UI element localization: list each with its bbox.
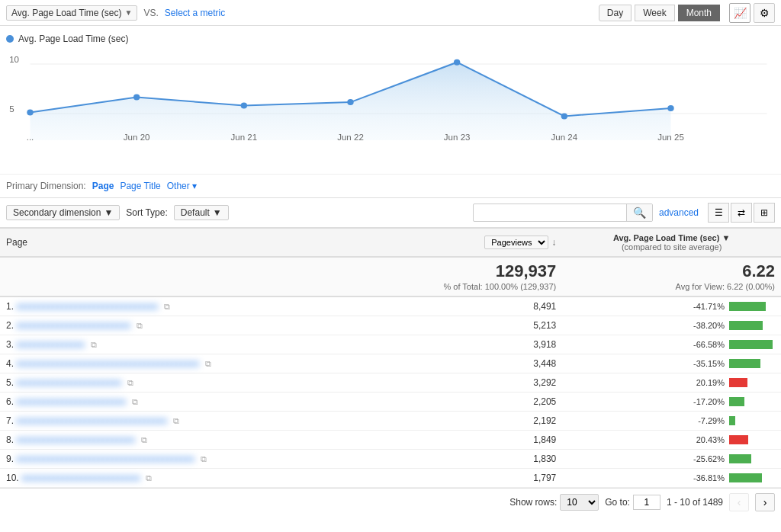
sort-type-dropdown[interactable]: Default ▼ [174,205,229,220]
row5-num: 5. [6,377,14,388]
svg-point-7 [241,103,247,109]
row4-load: -35.15% [562,354,781,373]
row8-pageviews: 1,849 [406,431,562,450]
pivot-view-button[interactable]: ⇄ [731,203,752,223]
secondary-dimension-dropdown[interactable]: Secondary dimension ▼ [6,205,120,220]
svg-point-5 [27,109,33,115]
row7-bar-cell: -7.29% [568,416,775,425]
row2-page-cell: 2. xxxxxxxxxxxxxxxxxxxxxxxxx ⧉ [0,316,406,335]
table-row: 10. xxxxxxxxxxxxxxxxxxxxxxxxxx ⧉ 1,797 -… [0,469,781,488]
secondary-toolbar: Secondary dimension ▼ Sort Type: Default… [0,198,781,228]
row8-pct: 20.43% [686,435,725,444]
sec-right: 🔍 advanced ☰ ⇄ ⊞ [473,203,775,223]
search-input[interactable] [474,205,626,220]
row4-bar-cell: -35.15% [568,359,775,368]
summary-load-value: 6.22 [568,261,775,281]
dimension-page-link[interactable]: Page [92,181,114,191]
sec-left: Secondary dimension ▼ Sort Type: Default… [6,205,229,220]
goto-label: Go to: [605,497,630,508]
legend-label: Avg. Page Load Time (sec) [18,34,129,44]
primary-dimension-label: Primary Dimension: [6,181,86,191]
rows-per-page-select[interactable]: 10 25 50 100 [560,494,599,511]
row2-page-link[interactable]: xxxxxxxxxxxxxxxxxxxxxxxxx [16,320,130,331]
row6-copy-icon[interactable]: ⧉ [132,397,138,406]
load-col-header: Avg. Page Load Time (sec) ▼ (compared to… [568,233,775,252]
row1-copy-icon[interactable]: ⧉ [164,302,170,311]
select-metric-link[interactable]: Select a metric [165,8,225,18]
row4-copy-icon[interactable]: ⧉ [205,359,211,368]
row3-copy-icon[interactable]: ⧉ [91,340,97,349]
table-row: 4. xxxxxxxxxxxxxxxxxxxxxxxxxxxxxxxxxxxxx… [0,354,781,373]
bubble-chart-icon-button[interactable]: ⚙ [754,3,775,23]
summary-page-cell [0,257,406,296]
svg-text:5: 5 [9,104,14,114]
next-page-button[interactable]: › [755,493,775,511]
legend-dot [6,35,14,43]
row6-bar-cell: -17.20% [568,397,775,406]
dimension-other-link[interactable]: Other ▾ [167,181,197,191]
chart-legend: Avg. Page Load Time (sec) [6,34,775,44]
row3-pageviews: 3,918 [406,335,562,354]
row3-page-link[interactable]: xxxxxxxxxxxxxxx [16,339,85,350]
row9-pct: -25.62% [686,454,725,463]
advanced-link[interactable]: advanced [659,207,699,218]
line-chart-icon-button[interactable]: 📈 [729,3,750,23]
table-row: 5. xxxxxxxxxxxxxxxxxxxxxxx ⧉ 3,292 20.19… [0,373,781,393]
row7-pageviews: 2,192 [406,412,562,431]
row8-num: 8. [6,434,14,445]
row10-copy-icon[interactable]: ⧉ [146,473,152,482]
top-toolbar: Avg. Page Load Time (sec) ▼ VS. Select a… [0,0,781,26]
row6-load: -17.20% [562,393,781,412]
row8-copy-icon[interactable]: ⧉ [141,435,147,444]
top-left: Avg. Page Load Time (sec) ▼ VS. Select a… [6,5,225,21]
row6-page-link[interactable]: xxxxxxxxxxxxxxxxxxxxxxxx [16,396,126,407]
row8-page-link[interactable]: xxxxxxxxxxxxxxxxxxxxxxxxxx [16,434,135,445]
goto-control: Go to: [605,495,660,510]
row5-pct: 20.19% [686,378,725,387]
metric-dropdown[interactable]: Avg. Page Load Time (sec) ▼ [6,5,137,21]
period-day-button[interactable]: Day [599,5,632,21]
row10-pct: -36.81% [686,473,725,482]
svg-text:Jun 24: Jun 24 [551,133,578,142]
summary-pageviews-value: 129,937 [412,261,556,281]
row6-pct: -17.20% [686,397,725,406]
svg-point-6 [133,95,140,101]
row2-copy-icon[interactable]: ⧉ [137,321,143,330]
summary-avg-label: Avg for View: 6.22 (0.00%) [676,282,775,291]
period-month-button[interactable]: Month [678,5,720,21]
row10-page-link[interactable]: xxxxxxxxxxxxxxxxxxxxxxxxxx [21,473,140,483]
row9-bar-container [729,454,775,463]
search-box: 🔍 [473,204,653,222]
row4-page-link[interactable]: xxxxxxxxxxxxxxxxxxxxxxxxxxxxxxxxxxxxxxxx [16,358,199,369]
row7-page-link[interactable]: xxxxxxxxxxxxxxxxxxxxxxxxxxxxxxxxx [16,415,167,426]
search-button[interactable]: 🔍 [626,204,652,221]
chart-svg-wrapper: 10 5 ... Jun 20 Jun 21 Jun 22 Jun 23 [6,49,775,155]
row9-bar [729,454,751,463]
prev-page-button[interactable]: ‹ [729,493,749,511]
row5-copy-icon[interactable]: ⧉ [127,378,133,387]
goto-input[interactable] [633,495,660,510]
row5-pageviews: 3,292 [406,373,562,393]
row9-copy-icon[interactable]: ⧉ [201,454,207,463]
row5-bar-cell: 20.19% [568,378,775,387]
row1-page-link[interactable]: xxxxxxxxxxxxxxxxxxxxxxxxxxxxxxx [16,301,158,312]
row5-page-link[interactable]: xxxxxxxxxxxxxxxxxxxxxxx [16,377,121,388]
pageviews-select[interactable]: Pageviews [484,236,548,249]
row7-page-cell: 7. xxxxxxxxxxxxxxxxxxxxxxxxxxxxxxxxx ⧉ [0,412,406,431]
table-view-button[interactable]: ☰ [708,203,729,223]
row9-page-link[interactable]: xxxxxxxxxxxxxxxxxxxxxxxxxxxxxxxxxxxxxxx [16,453,194,464]
sort-dropdown-arrow: ▼ [213,207,222,218]
svg-text:Jun 20: Jun 20 [124,133,150,142]
row8-bar-cell: 20.43% [568,435,775,444]
svg-text:10: 10 [9,55,19,64]
table-row: 2. xxxxxxxxxxxxxxxxxxxxxxxxx ⧉ 5,213 -38… [0,316,781,335]
period-week-button[interactable]: Week [635,5,674,21]
dimension-pagetitle-link[interactable]: Page Title [120,181,160,191]
row4-num: 4. [6,358,14,369]
row1-load: -41.71% [562,296,781,316]
table-row: 8. xxxxxxxxxxxxxxxxxxxxxxxxxx ⧉ 1,849 20… [0,431,781,450]
row7-copy-icon[interactable]: ⧉ [173,416,179,425]
sort-desc-icon[interactable]: ↓ [551,237,556,248]
custom-view-button[interactable]: ⊞ [754,203,775,223]
table-row: 7. xxxxxxxxxxxxxxxxxxxxxxxxxxxxxxxxx ⧉ 2… [0,412,781,431]
